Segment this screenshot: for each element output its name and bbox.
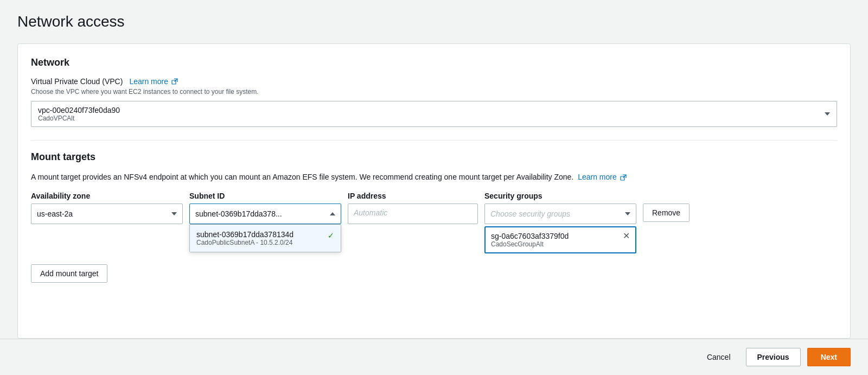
vpc-learn-more-link[interactable]: Learn more bbox=[129, 77, 178, 86]
cancel-button[interactable]: Cancel bbox=[698, 348, 739, 366]
vpc-select-value: vpc-00e0240f73fe0da90 CadoVPCAlt bbox=[38, 106, 120, 122]
sg-remove-icon[interactable]: ✕ bbox=[623, 232, 630, 240]
sg-text: sg-0a6c7603af3379f0d CadoSecGroupAlt bbox=[491, 232, 569, 248]
network-section: Network Virtual Private Cloud (VPC) Lear… bbox=[31, 57, 837, 127]
subnet-id-container: subnet-0369b17dda378... subnet-0369b17dd… bbox=[189, 204, 341, 224]
remove-col: Remove bbox=[643, 204, 708, 222]
security-groups-select[interactable]: Choose security groups bbox=[484, 204, 636, 224]
mount-targets-section: Mount targets A mount target provides an… bbox=[31, 151, 837, 283]
vpc-label-row: Virtual Private Cloud (VPC) Learn more bbox=[31, 77, 837, 86]
mount-targets-learn-more-text: Learn more bbox=[578, 171, 617, 183]
col-header-az: Availability zone bbox=[31, 192, 183, 200]
main-card: Network Virtual Private Cloud (VPC) Lear… bbox=[17, 43, 851, 339]
mount-targets-external-link-icon bbox=[620, 174, 627, 181]
vpc-select-dropdown[interactable]: vpc-00e0240f73fe0da90 CadoVPCAlt bbox=[31, 101, 837, 127]
ip-address-input[interactable]: Automatic bbox=[348, 204, 478, 224]
page-title: Network access bbox=[17, 13, 851, 30]
mount-targets-col-headers: Availability zone Subnet ID IP address S… bbox=[31, 192, 837, 200]
subnet-id-select[interactable]: subnet-0369b17dda378... bbox=[189, 204, 341, 224]
sg-chevron-icon bbox=[625, 212, 630, 215]
mount-targets-description: A mount target provides an NFSv4 endpoin… bbox=[31, 171, 837, 183]
subnet-dropdown-item[interactable]: subnet-0369b17dda378134d CadoPublicSubne… bbox=[190, 225, 341, 252]
mount-target-row: us-east-2a subnet-0369b17dda378... subne… bbox=[31, 204, 837, 253]
mount-targets-title: Mount targets bbox=[31, 151, 837, 163]
network-section-title: Network bbox=[31, 57, 837, 68]
az-chevron-icon bbox=[171, 212, 177, 215]
ip-placeholder: Automatic bbox=[354, 208, 387, 217]
col-header-sg: Security groups bbox=[484, 192, 636, 200]
security-groups-col: Choose security groups sg-0a6c7603af3379… bbox=[484, 204, 636, 253]
vpc-dropdown-chevron bbox=[825, 112, 830, 116]
section-divider bbox=[31, 140, 837, 141]
sg-placeholder: Choose security groups bbox=[490, 209, 570, 218]
col-header-subnet: Subnet ID bbox=[189, 192, 341, 200]
footer: Cancel Previous Next bbox=[0, 339, 868, 375]
subnet-chevron-icon bbox=[330, 212, 335, 215]
previous-button[interactable]: Previous bbox=[746, 348, 801, 366]
vpc-id: vpc-00e0240f73fe0da90 bbox=[38, 106, 120, 115]
az-value: us-east-2a bbox=[37, 209, 73, 218]
vpc-description: Choose the VPC where you want EC2 instan… bbox=[31, 88, 837, 96]
subnet-check-icon: ✓ bbox=[328, 231, 334, 240]
mount-targets-learn-more-link[interactable]: Learn more bbox=[578, 171, 627, 183]
subnet-dropdown-panel: subnet-0369b17dda378134d CadoPublicSubne… bbox=[189, 224, 341, 252]
subnet-item-text: subnet-0369b17dda378134d CadoPublicSubne… bbox=[196, 230, 293, 246]
vpc-label: Virtual Private Cloud (VPC) bbox=[31, 77, 123, 86]
selected-security-group: sg-0a6c7603af3379f0d CadoSecGroupAlt ✕ bbox=[484, 226, 636, 253]
subnet-item-id: subnet-0369b17dda378134d bbox=[196, 230, 293, 239]
next-button[interactable]: Next bbox=[807, 348, 851, 366]
subnet-item-sub: CadoPublicSubnetA - 10.5.2.0/24 bbox=[196, 239, 293, 246]
col-header-ip: IP address bbox=[348, 192, 478, 200]
external-link-icon bbox=[171, 78, 178, 85]
remove-button[interactable]: Remove bbox=[643, 204, 690, 222]
subnet-id-value: subnet-0369b17dda378... bbox=[195, 209, 282, 218]
vpc-name: CadoVPCAlt bbox=[38, 115, 120, 122]
mount-targets-desc-text: A mount target provides an NFSv4 endpoin… bbox=[31, 173, 573, 181]
learn-more-text: Learn more bbox=[129, 77, 168, 86]
col-header-actions bbox=[643, 192, 708, 200]
availability-zone-select[interactable]: us-east-2a bbox=[31, 204, 183, 224]
add-mount-target-button[interactable]: Add mount target bbox=[31, 264, 107, 283]
sg-name: CadoSecGroupAlt bbox=[491, 240, 569, 248]
sg-id: sg-0a6c7603af3379f0d bbox=[491, 232, 569, 240]
